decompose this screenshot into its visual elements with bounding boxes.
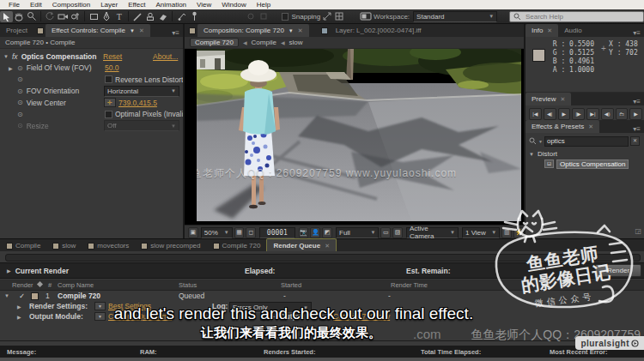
twirl-down-icon[interactable]: ▼ <box>4 293 9 298</box>
resolution-dropdown[interactable]: Full▼ <box>336 227 379 238</box>
loop-icon[interactable]: 🗀 <box>616 108 629 120</box>
tab-layer[interactable]: Layer: L_002.[0002-0474].iff <box>330 24 428 37</box>
effect-about-link[interactable]: About... <box>153 52 178 61</box>
col-num[interactable]: # <box>48 281 52 289</box>
menu-effect[interactable]: Effect <box>123 1 150 9</box>
stopwatch-icon[interactable]: ⊙ <box>17 87 23 95</box>
clear-search-icon[interactable]: ✕ <box>630 136 640 146</box>
tab-preview[interactable]: Preview✕ <box>526 93 571 105</box>
close-icon[interactable]: ✕ <box>139 27 144 34</box>
fov-orientation-dropdown[interactable]: Horizontal▼ <box>104 86 179 97</box>
panel-menu-icon[interactable]: ▾≡ <box>633 125 644 133</box>
ram-preview-icon[interactable]: ▶ <box>629 108 642 120</box>
col-status[interactable]: Status <box>179 281 197 289</box>
tab-comp-movectors[interactable]: movectors <box>82 239 135 252</box>
twirl-down-icon[interactable]: ▼ <box>0 54 12 59</box>
rotation-tool-icon[interactable] <box>44 11 57 22</box>
stopwatch-icon[interactable]: ⊙ <box>17 111 23 118</box>
chevron-down-icon[interactable]: ▼ <box>538 139 543 144</box>
hand-tool-icon[interactable] <box>13 11 26 22</box>
snap-options-icon[interactable] <box>320 11 333 22</box>
col-started[interactable]: Started <box>281 281 301 289</box>
last-frame-icon[interactable]: ▶| <box>586 108 599 120</box>
mask-visibility-icon[interactable]: ◻ <box>246 227 256 238</box>
menu-composition[interactable]: Composition <box>47 1 95 9</box>
stopwatch-icon[interactable]: ⊙ <box>17 75 23 83</box>
twirl-down-icon[interactable]: ▼ <box>529 152 534 157</box>
label-color-icon[interactable] <box>37 281 43 287</box>
play-icon[interactable]: ▶ <box>558 108 571 120</box>
menu-window[interactable]: Window <box>216 1 251 9</box>
audio-icon[interactable]: ◀) <box>601 108 614 120</box>
selection-tool-icon[interactable] <box>0 11 13 22</box>
zoom-tool-icon[interactable] <box>25 11 38 22</box>
close-icon[interactable]: ✕ <box>298 27 303 34</box>
twirl-right-icon[interactable]: ▶ <box>7 268 11 274</box>
pan-behind-tool-icon[interactable] <box>69 11 82 22</box>
tab-info[interactable]: Info✕ <box>526 24 558 37</box>
video-frame[interactable]: 鱼老师个人QQ：2609207759 www.yuyulaoshi.com <box>197 49 521 221</box>
twirl-right-icon[interactable]: ▶ <box>0 65 17 71</box>
show-snapshot-icon[interactable]: 👤 <box>310 227 320 238</box>
close-icon[interactable]: ✕ <box>588 123 593 130</box>
roto-brush-tool-icon[interactable] <box>175 11 188 22</box>
tab-comp-slow[interactable]: slow <box>46 239 82 252</box>
timecode-field[interactable]: 00001 <box>259 227 295 238</box>
shape-tool-icon[interactable] <box>88 11 100 22</box>
puppet-pin-tool-icon[interactable] <box>188 11 201 22</box>
stopwatch-icon[interactable]: ⊙ <box>17 99 23 106</box>
pen-tool-icon[interactable] <box>100 11 113 22</box>
effects-item-row[interactable]: ⊡ Optics Compensation <box>526 159 644 169</box>
chevron-down-icon[interactable]: ▼ <box>130 28 135 33</box>
tab-effect-controls[interactable]: Effect Controls: Compile ▼ ✕ <box>46 24 150 37</box>
reverse-distortion-checkbox[interactable] <box>105 75 112 83</box>
stopwatch-icon[interactable]: ⊙ <box>17 64 23 72</box>
search-help-input[interactable] <box>524 12 630 21</box>
effect-header-row[interactable]: ▼ fx Optics Compensation Reset About... <box>0 51 183 63</box>
snapshot-icon[interactable]: 📷 <box>299 227 309 238</box>
camera-tool-icon[interactable] <box>57 11 70 22</box>
menu-animation[interactable]: Animation <box>150 1 191 9</box>
tab-comp-slow-precomped[interactable]: slow precomped <box>135 239 206 252</box>
camera-dropdown[interactable]: Active Camera▼ <box>406 227 459 238</box>
chevron-down-icon[interactable]: ▼ <box>289 28 294 33</box>
view-center-value[interactable]: 739.0,415.5 <box>118 99 157 107</box>
clone-stamp-tool-icon[interactable] <box>144 11 157 22</box>
menu-edit[interactable]: Edit <box>25 1 47 9</box>
breadcrumb-current[interactable]: Compile 720 <box>190 38 239 47</box>
search-help-box[interactable] <box>509 11 644 22</box>
tab-effects-presets[interactable]: Effects & Presets✕ <box>526 120 599 133</box>
transparency-grid-icon[interactable]: ▨ <box>392 227 403 238</box>
breadcrumb-root[interactable]: slow <box>289 39 303 46</box>
snapping-checkbox[interactable] <box>282 13 289 21</box>
eraser-tool-icon[interactable] <box>157 11 170 22</box>
panel-splitter[interactable] <box>524 24 526 238</box>
tab-composition[interactable]: Composition: Compile 720 ▼ ✕ <box>197 24 309 37</box>
menu-file[interactable]: File <box>3 1 25 9</box>
close-icon[interactable]: ✕ <box>547 27 552 34</box>
effect-reset-link[interactable]: Reset <box>103 52 122 61</box>
render-checkbox[interactable]: ✓ <box>19 292 25 300</box>
crosshair-icon[interactable]: ✛ <box>104 98 116 107</box>
close-icon[interactable]: ✕ <box>560 96 565 103</box>
panel-menu-icon[interactable]: ▾≡ <box>633 29 644 37</box>
col-comp-name[interactable]: Comp Name <box>58 281 94 289</box>
grid-guides-icon[interactable]: ▦ <box>234 227 245 238</box>
close-icon[interactable]: ✕ <box>325 243 330 250</box>
panel-menu-icon[interactable]: ▾≡ <box>172 29 183 37</box>
magnification-dropdown[interactable]: 50%▼ <box>201 227 233 238</box>
optimal-pixels-checkbox[interactable] <box>105 111 112 118</box>
menu-view[interactable]: View <box>191 1 216 9</box>
next-frame-icon[interactable]: |▶ <box>572 108 585 120</box>
tab-comp-compile[interactable]: Compile <box>0 239 46 252</box>
effects-group-row[interactable]: ▼ Distort <box>526 149 644 159</box>
effects-search-input[interactable] <box>544 136 629 147</box>
panel-menu-icon[interactable]: ▾≡ <box>633 98 644 105</box>
region-of-interest-icon[interactable]: ▭ <box>380 227 391 238</box>
workspace-dropdown[interactable]: Standard▼ <box>413 11 497 22</box>
breadcrumb-parent[interactable]: Compile <box>252 39 276 46</box>
tab-project[interactable]: Project <box>0 24 33 37</box>
fov-value[interactable]: 50.0 <box>105 63 119 72</box>
previous-frame-icon[interactable]: ◀| <box>544 108 556 120</box>
tab-comp-compile-720[interactable]: Compile 720 <box>207 239 267 252</box>
